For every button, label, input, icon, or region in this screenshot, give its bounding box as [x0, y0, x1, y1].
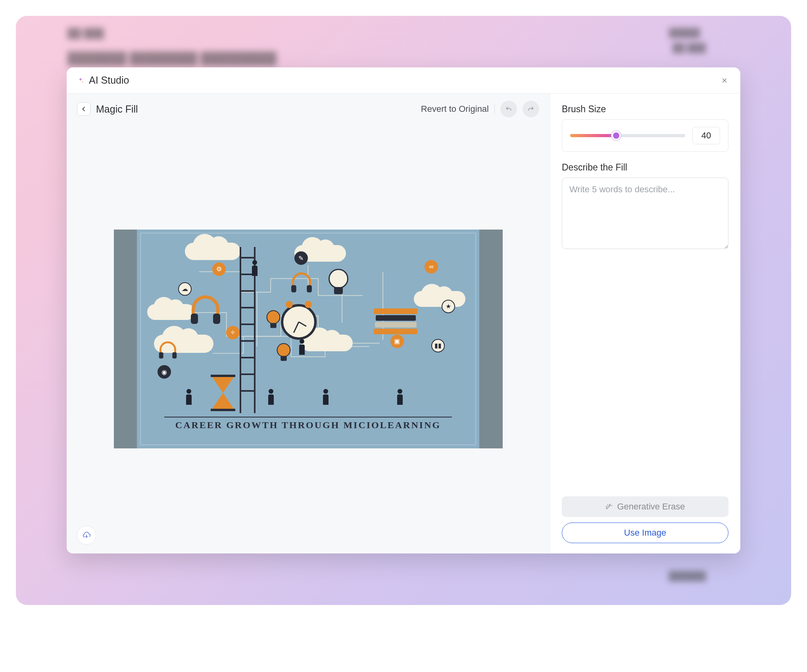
chip-icon: ▣ — [390, 335, 404, 348]
cloud-icon — [414, 291, 465, 307]
brush-size-control — [562, 119, 728, 152]
bg-blur: █████ — [669, 28, 700, 38]
background-card: ██ ███ ███████ ████████ █████████ █████ … — [16, 16, 791, 605]
close-button[interactable] — [719, 75, 730, 86]
headphones-icon — [159, 341, 176, 356]
brush-size-input[interactable] — [692, 127, 720, 144]
hourglass-icon — [212, 377, 234, 409]
lightbulb-icon — [329, 269, 348, 297]
chip-icon: ✎ — [294, 251, 308, 265]
generative-erase-button[interactable]: Generative Erase — [562, 496, 728, 517]
person-icon — [298, 339, 306, 359]
person-icon — [185, 389, 193, 409]
illustration: ⚙ ☁ ✎ ∞ ★ ▣ ▮▮ ◉ ✧ — [137, 230, 479, 448]
illustration-banner: CAREER GROWTH THROUGH MICIOLEARNING — [164, 417, 452, 431]
redo-button[interactable] — [523, 101, 539, 117]
bg-blur: ██ ███ — [672, 43, 706, 53]
canvas-toolbar: Magic Fill Revert to Original — [67, 94, 550, 124]
books-icon — [374, 308, 417, 335]
chip-icon: ⚙ — [212, 262, 226, 276]
chip-icon: ✧ — [226, 326, 240, 339]
clock-icon — [281, 304, 317, 340]
chip-icon: ☁ — [178, 282, 192, 296]
canvas-image: ⚙ ☁ ✎ ∞ ★ ▣ ▮▮ ◉ ✧ — [114, 230, 503, 448]
chip-icon: ★ — [442, 300, 455, 313]
chip-icon: ◉ — [158, 365, 171, 379]
magic-wand-icon — [605, 503, 613, 511]
lightbulb-icon — [267, 310, 281, 330]
ai-studio-modal: AI Studio Magic Fill Revert to Original — [67, 67, 740, 553]
undo-icon — [505, 105, 513, 113]
controls-panel: Brush Size Describe the Fill Generative … — [550, 94, 740, 553]
close-icon — [721, 77, 728, 84]
slider-thumb[interactable] — [611, 131, 621, 140]
cloud-download-icon — [82, 531, 91, 540]
person-icon — [396, 389, 404, 409]
headphones-icon — [292, 272, 311, 289]
undo-button[interactable] — [500, 101, 517, 117]
describe-fill-label: Describe the Fill — [562, 162, 728, 173]
cloud-icon — [185, 243, 240, 260]
canvas-panel: Magic Fill Revert to Original — [67, 94, 550, 553]
sparkle-icon — [77, 77, 84, 84]
brush-size-slider[interactable] — [570, 134, 685, 137]
modal-title: AI Studio — [89, 75, 129, 86]
redo-icon — [527, 105, 535, 113]
brush-size-label: Brush Size — [562, 104, 728, 115]
tool-title: Magic Fill — [96, 103, 138, 115]
use-image-button[interactable]: Use Image — [562, 523, 728, 543]
chip-icon: ∞ — [425, 260, 438, 274]
chip-icon: ▮▮ — [431, 339, 445, 352]
person-icon — [322, 389, 330, 409]
lightbulb-icon — [277, 343, 291, 362]
download-button[interactable] — [77, 526, 96, 545]
cloud-icon — [301, 335, 353, 351]
generative-erase-label: Generative Erase — [617, 502, 685, 512]
person-icon — [251, 260, 259, 280]
modal-header: AI Studio — [67, 67, 740, 94]
back-button[interactable] — [77, 102, 90, 116]
modal-body: Magic Fill Revert to Original — [67, 94, 740, 553]
divider — [494, 104, 495, 114]
bg-blur: ██ ███ — [67, 28, 104, 39]
describe-fill-input[interactable] — [562, 178, 728, 249]
arrow-left-icon — [81, 106, 87, 112]
bg-blur: ███████ ████████ █████████ — [67, 52, 345, 65]
canvas-area[interactable]: ⚙ ☁ ✎ ∞ ★ ▣ ▮▮ ◉ ✧ — [67, 124, 550, 553]
cloud-icon — [147, 304, 195, 320]
headphones-icon — [192, 295, 219, 319]
revert-button[interactable]: Revert to Original — [421, 104, 489, 114]
person-icon — [267, 389, 275, 409]
bg-blur: ██████ — [669, 571, 706, 581]
